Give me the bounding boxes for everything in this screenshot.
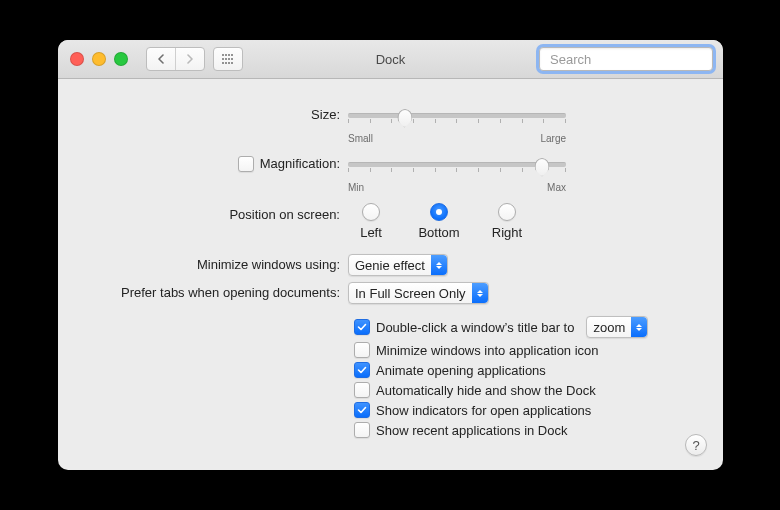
chevron-updown-icon [431, 255, 447, 275]
magnification-checkbox[interactable] [238, 156, 254, 172]
position-option-right: Right [492, 225, 522, 240]
animate-opening-label: Animate opening applications [376, 363, 546, 378]
position-radio-left[interactable] [362, 203, 380, 221]
minimize-button[interactable] [92, 52, 106, 66]
toolbar: Dock [58, 40, 723, 79]
prefer-tabs-popup[interactable]: In Full Screen Only [348, 282, 489, 304]
svg-point-11 [231, 62, 233, 64]
svg-point-5 [225, 58, 227, 60]
size-slider[interactable] [348, 113, 566, 118]
position-radio-bottom[interactable] [430, 203, 448, 221]
double-click-label: Double-click a window’s title bar to [376, 320, 574, 335]
position-option-left: Left [360, 225, 382, 240]
chevron-updown-icon [472, 283, 488, 303]
back-button[interactable] [147, 48, 175, 70]
svg-point-2 [228, 54, 230, 56]
double-click-action-value: zoom [593, 320, 631, 335]
position-radio-group: Left Bottom Right [348, 203, 530, 240]
indicators-checkbox[interactable] [354, 402, 370, 418]
help-button[interactable]: ? [685, 434, 707, 456]
minimize-using-value: Genie effect [355, 258, 431, 273]
double-click-checkbox[interactable] [354, 319, 370, 335]
recent-apps-label: Show recent applications in Dock [376, 423, 568, 438]
svg-point-3 [231, 54, 233, 56]
prefer-tabs-value: In Full Screen Only [355, 286, 472, 301]
svg-point-0 [222, 54, 224, 56]
svg-point-6 [228, 58, 230, 60]
autohide-label: Automatically hide and show the Dock [376, 383, 596, 398]
double-click-action-popup[interactable]: zoom [586, 316, 648, 338]
size-min-label: Small [348, 133, 373, 144]
magnification-slider[interactable] [348, 162, 566, 167]
svg-point-4 [222, 58, 224, 60]
position-label: Position on screen: [82, 203, 348, 225]
position-option-bottom: Bottom [418, 225, 459, 240]
magnification-label: Magnification: [260, 154, 340, 174]
minimize-into-icon-checkbox[interactable] [354, 342, 370, 358]
svg-point-9 [225, 62, 227, 64]
indicators-label: Show indicators for open applications [376, 403, 591, 418]
magnification-slider-knob[interactable] [535, 158, 550, 177]
recent-apps-checkbox[interactable] [354, 422, 370, 438]
show-all-button[interactable] [214, 48, 242, 70]
close-button[interactable] [70, 52, 84, 66]
magnification-max-label: Max [547, 182, 566, 193]
svg-point-1 [225, 54, 227, 56]
minimize-using-label: Minimize windows using: [82, 255, 348, 275]
nav-buttons [146, 47, 205, 71]
size-label: Size: [82, 105, 348, 125]
forward-button[interactable] [175, 48, 204, 70]
svg-point-10 [228, 62, 230, 64]
prefer-tabs-label: Prefer tabs when opening documents: [82, 283, 348, 303]
search-field[interactable] [539, 47, 713, 71]
magnification-min-label: Min [348, 182, 364, 193]
minimize-into-icon-label: Minimize windows into application icon [376, 343, 599, 358]
zoom-button[interactable] [114, 52, 128, 66]
traffic-lights [70, 52, 128, 66]
size-slider-knob[interactable] [397, 109, 412, 128]
content: Size: Small Large [58, 79, 723, 454]
size-max-label: Large [540, 133, 566, 144]
position-radio-right[interactable] [498, 203, 516, 221]
animate-opening-checkbox[interactable] [354, 362, 370, 378]
svg-point-7 [231, 58, 233, 60]
minimize-using-popup[interactable]: Genie effect [348, 254, 448, 276]
preferences-window: Dock Size: Sm [58, 40, 723, 470]
autohide-checkbox[interactable] [354, 382, 370, 398]
svg-point-8 [222, 62, 224, 64]
search-input[interactable] [550, 52, 718, 67]
chevron-updown-icon [631, 317, 647, 337]
